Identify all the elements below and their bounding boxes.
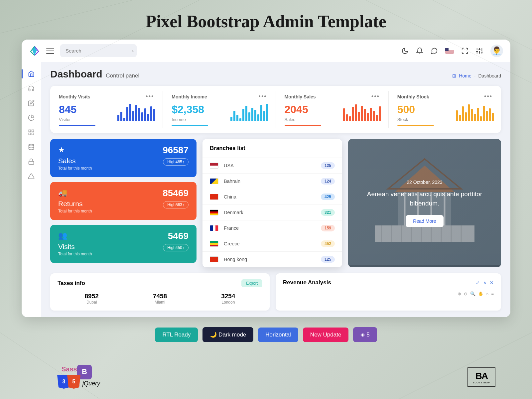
- tax-value: 7458: [153, 293, 167, 300]
- sparkline-icon: [117, 102, 155, 121]
- sidebar-item-database[interactable]: [25, 141, 37, 153]
- branch-count-badge: 124: [321, 178, 335, 185]
- tech-logos: Sass B 3 5 jQuery: [57, 364, 103, 389]
- bell-icon[interactable]: [416, 47, 423, 55]
- sidebar-item-support[interactable]: [25, 82, 37, 94]
- search-box[interactable]: ○: [60, 44, 137, 57]
- magnify-icon[interactable]: 🔍: [470, 291, 475, 296]
- moon-icon[interactable]: [401, 47, 409, 55]
- branch-item[interactable]: Denmark 321: [202, 205, 342, 220]
- branch-item[interactable]: China 425: [202, 189, 342, 205]
- zoom-out-icon[interactable]: ⊖: [464, 291, 467, 296]
- branch-count-badge: 452: [321, 240, 335, 247]
- read-more-button[interactable]: Read More: [406, 215, 443, 227]
- flag-icon: [210, 256, 218, 262]
- search-clear-icon[interactable]: ○: [132, 48, 135, 53]
- tile-badge: High563↑: [163, 201, 189, 208]
- footer: RTL Ready🌙 Dark modeHorizontalNew Update…: [0, 317, 532, 352]
- branch-item[interactable]: Greece 452: [202, 236, 342, 252]
- stat-card: Monthly Stock••• 500 Stock: [389, 91, 501, 128]
- avatar[interactable]: 👨‍💼: [490, 45, 503, 57]
- branch-item[interactable]: USA 125: [202, 158, 342, 174]
- breadcrumb: ⊞ Home - Dashboard: [452, 73, 501, 78]
- summary-tile[interactable]: 🚚 Returns Total for this month 85469 Hig…: [50, 182, 197, 220]
- tile-value: 5469: [168, 231, 189, 241]
- sidebar-item-home[interactable]: [25, 68, 37, 80]
- export-button[interactable]: Export: [241, 279, 262, 287]
- page-title: Dashboard: [50, 68, 102, 79]
- svg-rect-18: [29, 133, 31, 135]
- bootstrap-admin-logo: BA BOOTSTRAP: [467, 367, 495, 387]
- footer-feature-button[interactable]: Horizontal: [258, 328, 298, 342]
- zoom-in-icon[interactable]: ⊕: [458, 291, 461, 296]
- menu-icon[interactable]: ≡: [491, 291, 494, 296]
- promo-text: Aenean venenatis arcu quis ante porttito…: [358, 190, 491, 208]
- branch-count-badge: 321: [321, 209, 335, 216]
- flag-icon: [210, 209, 218, 215]
- pan-icon[interactable]: ✋: [478, 291, 483, 296]
- more-icon[interactable]: •••: [371, 93, 380, 100]
- tiles-column: ★ Sales Total for this month 96587 High4…: [50, 139, 197, 267]
- stats-row: Monthly Visits••• 845 Visitor Monthly In…: [50, 86, 501, 133]
- tile-subtitle: Total for this month: [58, 166, 189, 171]
- branch-count-badge: 425: [321, 194, 335, 200]
- flag-icon: [210, 194, 218, 200]
- app-window: ○ 👨‍💼 Dashboard Cont: [22, 40, 510, 317]
- branch-name: Denmark: [224, 210, 321, 215]
- branch-item[interactable]: France 159: [202, 220, 342, 236]
- search-input[interactable]: [66, 48, 129, 54]
- stat-card: Monthly Income••• $2,358 Income: [163, 91, 276, 128]
- branch-name: USA: [224, 163, 321, 168]
- sparkline-icon: [343, 102, 381, 121]
- revenue-title: Revenue Analysis: [283, 279, 331, 286]
- promo-date: 22 October, 2023: [407, 180, 442, 185]
- more-icon[interactable]: •••: [484, 93, 492, 100]
- tax-city: London: [221, 300, 235, 305]
- chat-icon[interactable]: [431, 47, 438, 55]
- hero-title: Pixel Bootstrap Admin Template: [0, 0, 532, 40]
- tax-item: 7458 Miami: [153, 293, 167, 305]
- footer-feature-button[interactable]: RTL Ready: [155, 328, 198, 342]
- more-icon[interactable]: •••: [259, 93, 267, 100]
- branch-count-badge: 159: [321, 225, 335, 231]
- close-icon[interactable]: ✕: [490, 280, 494, 285]
- footer-feature-button[interactable]: ◈ 5: [353, 327, 377, 342]
- sidebar-item-apps[interactable]: [25, 126, 37, 138]
- breadcrumb-home[interactable]: Home: [459, 73, 471, 78]
- footer-feature-button[interactable]: New Update: [303, 328, 349, 342]
- tile-subtitle: Total for this month: [58, 209, 189, 213]
- branch-item[interactable]: Bahrain 124: [202, 174, 342, 189]
- sidebar: [22, 62, 41, 317]
- tax-item: 8952 Dubai: [85, 293, 99, 305]
- tile-badge: High485↑: [163, 158, 189, 166]
- branch-count-badge: 125: [321, 162, 335, 169]
- branch-item[interactable]: Hong kong 125: [202, 252, 342, 267]
- fullscreen-icon[interactable]: [461, 47, 468, 55]
- sidebar-item-analytics[interactable]: [25, 112, 37, 124]
- stat-card: Monthly Sales••• 2045 Sales: [276, 91, 389, 128]
- settings-sliders-icon[interactable]: [476, 47, 483, 55]
- stat-card: Monthly Visits••• 845 Visitor: [50, 91, 163, 128]
- expand-icon[interactable]: ⤢: [476, 280, 480, 285]
- reset-icon[interactable]: ⌂: [486, 291, 489, 296]
- summary-tile[interactable]: ★ Sales Total for this month 96587 High4…: [50, 139, 197, 177]
- sidebar-item-alert[interactable]: [25, 170, 37, 182]
- language-flag-icon[interactable]: [445, 48, 454, 54]
- sparkline-icon: [230, 102, 268, 121]
- footer-feature-button[interactable]: 🌙 Dark mode: [202, 327, 253, 342]
- svg-rect-17: [32, 133, 34, 135]
- sidebar-item-edit[interactable]: [25, 97, 37, 109]
- svg-rect-16: [32, 130, 34, 132]
- flag-icon: [210, 225, 218, 231]
- tax-city: Dubai: [85, 300, 99, 305]
- sidebar-item-lock[interactable]: [25, 156, 37, 168]
- stat-label: Monthly Sales: [285, 94, 316, 99]
- chart-toolbar: ⊕ ⊖ 🔍 ✋ ⌂ ≡: [283, 291, 494, 296]
- hamburger-menu-icon[interactable]: [46, 48, 54, 54]
- summary-tile[interactable]: 👥 Visits Total for this month 5469 High4…: [50, 225, 197, 263]
- more-icon[interactable]: •••: [146, 93, 154, 100]
- svg-text:3: 3: [63, 379, 66, 384]
- branch-name: Bahrain: [224, 179, 321, 184]
- tax-value: 3254: [221, 293, 235, 300]
- collapse-icon[interactable]: ∧: [483, 280, 486, 285]
